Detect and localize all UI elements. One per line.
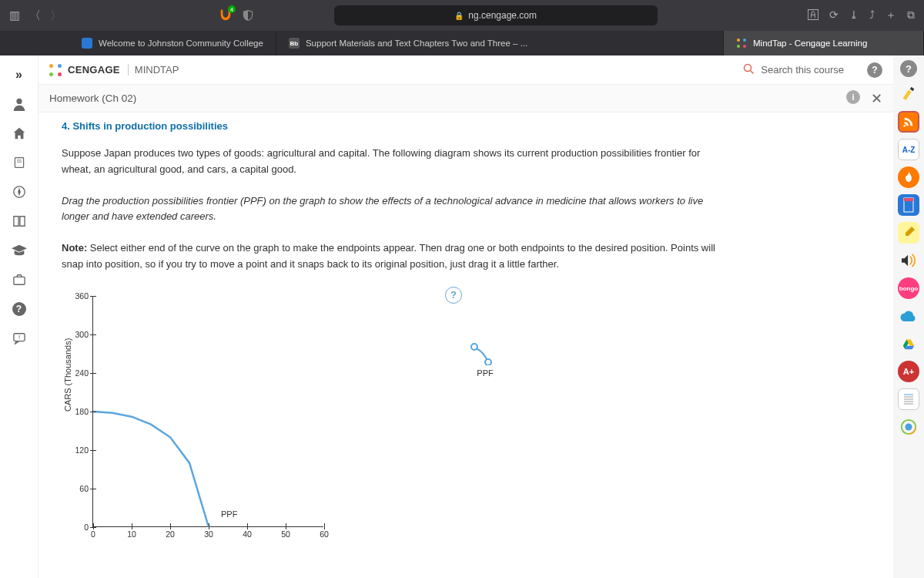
rail-compass-icon[interactable] — [6, 179, 32, 205]
question-content: 4. Shifts in production possibilities Su… — [38, 113, 893, 578]
rail-feedback-icon[interactable]: ! — [6, 325, 32, 351]
tab-blackboard[interactable]: Bb Support Materials and Text Chapters T… — [276, 31, 724, 55]
question-p1: Suppose Japan produces two types of good… — [62, 146, 732, 178]
brand-text: CENGAGE — [68, 64, 120, 76]
rail-briefcase-icon[interactable] — [6, 267, 32, 293]
ext-cloud-icon[interactable] — [898, 305, 919, 327]
info-icon[interactable]: i — [846, 90, 860, 104]
url-text: ng.cengage.com — [468, 10, 537, 21]
ext-help-icon[interactable]: ? — [900, 60, 917, 77]
url-bar[interactable]: 🔒 ng.cengage.com — [334, 5, 658, 25]
new-tab-icon[interactable]: ＋ — [886, 8, 896, 22]
browser-toolbar: ▥ 〈 〉 4 🔒 ng.cengage.com 🄰 ⟳ ⤓ ⤴ ＋ ⧉ — [0, 0, 924, 31]
legend-label: PPF — [477, 368, 493, 378]
chart-help-icon[interactable]: ? — [445, 287, 462, 304]
ext-circle-icon[interactable] — [898, 416, 919, 438]
svg-point-4 — [745, 64, 752, 71]
ext-rss-icon[interactable] — [898, 111, 919, 133]
ext-audio-icon[interactable] — [898, 250, 919, 271]
svg-rect-11 — [13, 277, 24, 284]
nav-forward-icon[interactable]: 〉 — [50, 8, 62, 23]
help-icon[interactable]: ? — [867, 62, 882, 78]
nav-back-icon[interactable]: 〈 — [29, 8, 41, 23]
close-icon[interactable]: ✕ — [871, 90, 882, 107]
rail-book-icon[interactable] — [6, 150, 32, 176]
rail-home-icon[interactable] — [6, 120, 32, 146]
lock-icon: 🔒 — [454, 12, 464, 20]
ext-lined-icon[interactable] — [898, 388, 919, 410]
ext-drive-icon[interactable] — [898, 333, 919, 355]
right-tool-rail: ? A-Z bongo A+ — [893, 55, 924, 578]
ppf-label: PPF — [221, 509, 237, 519]
tab-favicon — [736, 38, 747, 49]
ppf-chart[interactable]: ? PPF 0601201802403003600102030405060 CA… — [62, 288, 408, 578]
note-label: Note: — [62, 242, 87, 254]
svg-point-0 — [737, 39, 740, 42]
rail-reader-icon[interactable] — [6, 208, 32, 234]
tab-label: Support Materials and Text Chapters Two … — [306, 39, 527, 48]
ext-az-icon[interactable]: A-Z — [898, 139, 919, 160]
svg-text:!: ! — [18, 334, 19, 341]
svg-line-5 — [751, 70, 754, 73]
rail-profile-icon[interactable] — [6, 91, 32, 117]
legend-curve-icon — [470, 342, 500, 365]
breadcrumb: Homework (Ch 02) — [49, 92, 136, 104]
ppf-curve[interactable] — [93, 296, 324, 527]
tab-favicon: Bb — [289, 38, 300, 49]
ext-highlight-icon[interactable] — [898, 83, 919, 105]
share-icon[interactable]: ⤴ — [869, 8, 875, 22]
refresh-icon[interactable]: ⟳ — [829, 8, 839, 22]
chart-legend[interactable]: PPF — [470, 342, 500, 378]
cengage-logo[interactable]: CENGAGE MINDTAP — [49, 64, 179, 76]
tab-favicon — [82, 38, 92, 49]
left-nav-rail: » ? ! — [0, 55, 38, 578]
chart-axes[interactable]: PPF 0601201802403003600102030405060 — [92, 296, 323, 527]
svg-point-24 — [905, 423, 912, 430]
question-note: Note: Select either end of the curve on … — [62, 240, 732, 273]
ext-notebook-icon[interactable] — [898, 194, 919, 216]
tab-mindtap[interactable]: MindTap - Cengage Learning — [724, 31, 924, 55]
translate-icon[interactable]: 🄰 — [808, 8, 819, 22]
ext-note-icon[interactable] — [898, 222, 919, 244]
tab-label: MindTap - Cengage Learning — [753, 39, 867, 48]
tabs-icon[interactable]: ⧉ — [907, 8, 915, 22]
ext-flame-icon[interactable] — [898, 166, 919, 188]
svg-point-3 — [743, 45, 746, 48]
honey-extension-icon[interactable]: 4 — [219, 8, 233, 22]
tab-label: Welcome to Johnston Community College — [99, 39, 263, 48]
svg-point-6 — [16, 99, 22, 104]
download-icon[interactable]: ⤓ — [849, 8, 859, 22]
svg-point-26 — [485, 359, 491, 365]
ext-bongo-icon[interactable]: bongo — [898, 277, 919, 299]
question-title: 4. Shifts in production possibilities — [62, 120, 870, 132]
y-axis-label: CARS (Thousands) — [63, 338, 72, 411]
rail-expand-icon[interactable]: » — [6, 62, 32, 88]
svg-rect-7 — [15, 158, 23, 168]
breadcrumb-bar: Homework (Ch 02) i ✕ — [38, 85, 893, 113]
logo-mark-icon — [49, 64, 62, 76]
svg-point-2 — [737, 45, 740, 48]
browser-tabs: Welcome to Johnston Community College Bb… — [0, 31, 924, 55]
shield-icon[interactable] — [242, 9, 254, 22]
question-p2: Drag the production possibilities fronti… — [62, 193, 732, 226]
honey-badge: 4 — [228, 5, 236, 13]
svg-rect-15 — [904, 198, 913, 201]
rail-help-icon[interactable]: ? — [6, 296, 32, 322]
search-input[interactable]: Search this course — [761, 64, 844, 76]
sidebar-toggle-icon[interactable]: ▥ — [9, 8, 20, 22]
app-header: CENGAGE MINDTAP Search this course ? — [38, 55, 893, 85]
tab-johnston[interactable]: Welcome to Johnston Community College — [69, 31, 276, 55]
note-text: Select either end of the curve on the gr… — [62, 242, 715, 270]
product-text: MINDTAP — [128, 64, 179, 76]
ext-aplus-icon[interactable]: A+ — [898, 361, 919, 382]
search-icon[interactable] — [743, 63, 755, 77]
rail-grad-icon[interactable] — [6, 237, 32, 264]
svg-point-1 — [743, 39, 746, 42]
